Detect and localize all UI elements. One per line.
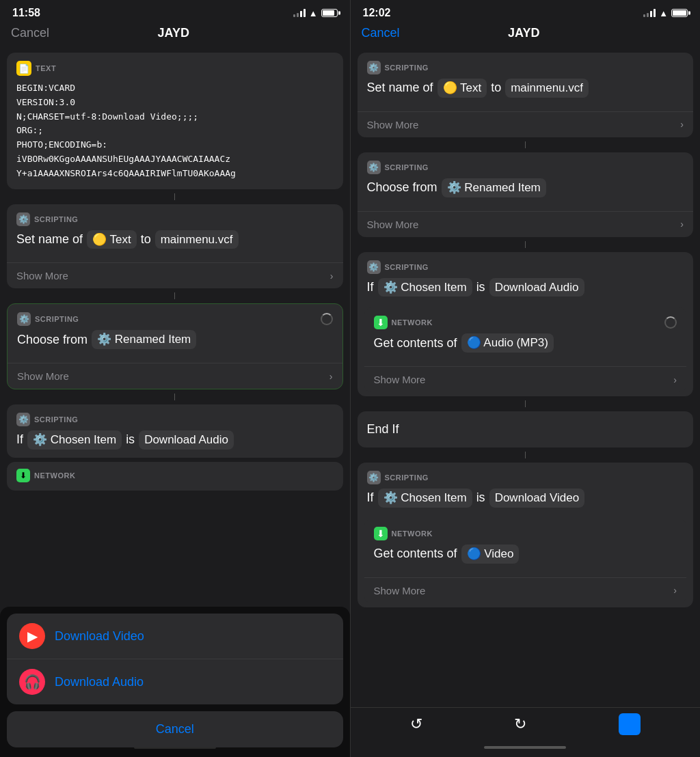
network-partial-card: ⬇ NETWORK — [7, 462, 343, 491]
right-home-indicator — [351, 738, 701, 757]
show-more-text-r1: Show More — [367, 119, 419, 130]
undo-button[interactable]: ↺ — [410, 715, 422, 733]
chevron-icon-net: › — [673, 374, 677, 385]
text-badge-label: TEXT — [36, 64, 56, 72]
filename-pill[interactable]: mainmenu.vcf — [155, 230, 239, 249]
if-audio-card-right: ⚙️ SCRIPTING If ⚙️ Chosen Item is Downlo… — [358, 252, 694, 397]
right-wifi-icon: ▲ — [659, 8, 668, 18]
download-audio-pill-r[interactable]: Download Audio — [489, 278, 584, 297]
vcard-content: BEGIN:VCARDVERSION:3.0N;CHARSET=utf-8:Do… — [16, 81, 334, 181]
text-card: 📄 TEXT BEGIN:VCARDVERSION:3.0N;CHARSET=u… — [7, 53, 343, 189]
badge-row: ⚙️ SCRIPTING — [16, 212, 334, 226]
bottom-toolbar: ↺ ↻ — [351, 707, 701, 738]
redo-button[interactable]: ↻ — [514, 715, 526, 733]
show-more-text: Show More — [16, 270, 68, 281]
action-cancel-text: Cancel — [156, 722, 194, 736]
badge-row-2: ⚙️ SCRIPTING — [17, 312, 333, 326]
show-more-text-video: Show More — [374, 585, 426, 596]
left-title: JAYD — [158, 26, 189, 40]
video-pill[interactable]: 🔵 Video — [461, 545, 520, 564]
action-cancel-button[interactable]: Cancel — [7, 711, 343, 747]
download-audio-pill[interactable]: Download Audio — [139, 430, 234, 450]
scripting-icon-r2: ⚙️ — [367, 161, 381, 174]
text-pill[interactable]: 🟡 Text — [87, 230, 137, 249]
download-audio-item[interactable]: 🎧 Download Audio — [7, 659, 343, 704]
spinner-icon-r1 — [664, 316, 677, 329]
choose-from-content-r: Choose from ⚙️ Renamed Item — [367, 178, 684, 197]
if-card-left: ⚙️ SCRIPTING If ⚙️ Chosen Item is Downlo… — [7, 404, 343, 458]
renamed-item-pill-r[interactable]: ⚙️ Renamed Item — [442, 178, 546, 197]
show-more-row-r2[interactable]: Show More › — [358, 211, 694, 237]
download-audio-icon: 🎧 — [19, 669, 45, 695]
if-content: If ⚙️ Chosen Item is Download Audio — [16, 430, 334, 450]
scripting-label-2: SCRIPTING — [35, 315, 79, 323]
badge-row-net-r1: ⬇ NETWORK — [374, 316, 677, 329]
set-name-content-r: Set name of 🟡 Text to mainmenu.vcf — [367, 79, 684, 98]
connector-r1 — [525, 141, 526, 148]
show-more-row-net[interactable]: Show More › — [364, 366, 687, 392]
connector-1 — [174, 193, 175, 200]
chevron-icon-r2: › — [680, 219, 684, 230]
right-title: JAYD — [508, 26, 539, 40]
network-label: NETWORK — [34, 471, 75, 480]
chevron-icon-video: › — [673, 585, 677, 596]
show-more-row-r1[interactable]: Show More › — [358, 111, 694, 137]
badge-row-net-r2: ⬇ NETWORK — [374, 527, 677, 540]
connector-r3 — [525, 400, 526, 407]
action-button[interactable] — [619, 713, 641, 735]
audio-mp3-pill[interactable]: 🔵 Audio (MP3) — [461, 333, 554, 353]
chevron-icon-2: › — [329, 371, 333, 382]
left-nav-bar: Cancel JAYD — [0, 23, 350, 47]
network-icon: ⬇ — [16, 469, 30, 482]
network-icon-r1: ⬇ — [374, 316, 388, 329]
action-sheet: ▶ Download Video 🎧 Download Audio — [7, 614, 343, 704]
scripting-icon-r3: ⚙️ — [367, 260, 381, 274]
filename-pill-r[interactable]: mainmenu.vcf — [505, 79, 589, 98]
badge-row-r2: ⚙️ SCRIPTING — [367, 161, 684, 174]
badge-row-r3: ⚙️ SCRIPTING — [367, 260, 684, 274]
right-battery-icon — [671, 9, 688, 17]
right-status-bar: 12:02 ▲ — [351, 0, 701, 23]
show-more-text-net: Show More — [374, 374, 426, 385]
show-more-row[interactable]: Show More › — [7, 262, 343, 288]
chevron-icon-r1: › — [680, 119, 684, 130]
chosen-item-pill[interactable]: ⚙️ Chosen Item — [27, 430, 122, 450]
choose-from-card-left: ⚙️ SCRIPTING Choose from ⚙️ Renamed Item… — [7, 303, 343, 389]
badge-row-r1: ⚙️ SCRIPTING — [367, 61, 684, 74]
wifi-icon: ▲ — [309, 8, 318, 18]
badge-row-r4: ⚙️ SCRIPTING — [367, 471, 684, 484]
right-scroll-area: ⚙️ SCRIPTING Set name of 🟡 Text to mainm… — [351, 47, 701, 707]
set-name-card-right: ⚙️ SCRIPTING Set name of 🟡 Text to mainm… — [358, 53, 694, 137]
scripting-label-3: SCRIPTING — [34, 415, 78, 424]
right-status-icons: ▲ — [643, 8, 688, 18]
left-status-icons: ▲ — [293, 8, 338, 18]
right-time: 12:02 — [363, 7, 391, 19]
left-cancel-button[interactable]: Cancel — [11, 26, 49, 40]
right-panel: 12:02 ▲ Cancel JAYD ⚙️ SCRIPTING — [351, 0, 701, 757]
right-signal-icon — [643, 9, 656, 17]
download-video-icon: ▶ — [19, 623, 45, 649]
set-name-content: Set name of 🟡 Text to mainmenu.vcf — [16, 230, 334, 249]
get-contents-video: Get contents of 🔵 Video — [374, 545, 677, 564]
scripting-label-r4: SCRIPTING — [385, 473, 429, 482]
battery-icon — [321, 9, 338, 17]
download-video-pill[interactable]: Download Video — [489, 488, 585, 508]
home-bar-right — [484, 746, 566, 749]
chosen-item-pill-v[interactable]: ⚙️ Chosen Item — [378, 488, 472, 508]
end-if-text: End If — [367, 422, 399, 436]
right-nav-bar: Cancel JAYD — [351, 23, 701, 47]
network-label-r2: NETWORK — [392, 529, 433, 538]
scripting-icon-2: ⚙️ — [17, 312, 31, 326]
download-video-label: Download Video — [55, 629, 144, 644]
renamed-item-pill[interactable]: ⚙️ Renamed Item — [92, 330, 196, 349]
right-cancel-button[interactable]: Cancel — [362, 26, 400, 40]
text-pill-r[interactable]: 🟡 Text — [438, 79, 487, 98]
chosen-item-pill-r[interactable]: ⚙️ Chosen Item — [378, 278, 472, 297]
scripting-label-r2: SCRIPTING — [385, 163, 429, 171]
if-video-content: If ⚙️ Chosen Item is Download Video — [367, 488, 684, 508]
download-video-item[interactable]: ▶ Download Video — [7, 614, 343, 659]
connector-2 — [174, 292, 175, 299]
show-more-row-video[interactable]: Show More › — [364, 577, 687, 603]
badge-row-net: ⬇ NETWORK — [16, 469, 334, 482]
show-more-row-2[interactable]: Show More › — [8, 363, 342, 389]
